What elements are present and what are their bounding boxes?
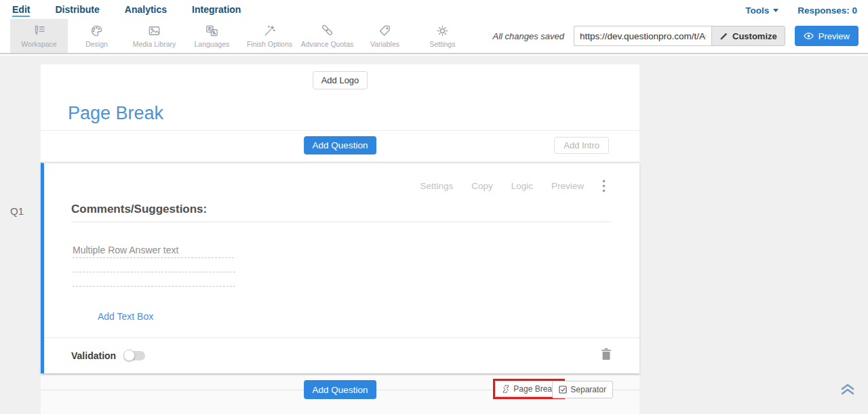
add-logo-button[interactable]: Add Logo [313,71,368,89]
toolbar-item-settings[interactable]: Settings [414,19,471,53]
delete-question-icon[interactable] [601,348,612,363]
responses-link[interactable]: Responses: 0 [797,5,857,16]
scroll-to-top-button[interactable] [839,381,856,400]
question-preview-link[interactable]: Preview [551,181,584,191]
add-question-button-bottom[interactable]: Add Question [304,380,377,399]
survey-canvas: Add Logo Page Break Add Question Add Int… [41,64,639,414]
toolbar-item-advance-quotas[interactable]: Advance Quotas [298,19,356,53]
toolbar-right: All changes saved Customize Preview [493,19,868,53]
top-nav: Edit Distribute Analytics Integration To… [0,0,868,19]
validation-toggle[interactable] [125,351,145,360]
chain-link-icon [320,24,334,38]
toolbar-label: Settings [430,40,456,48]
toolbar-item-finish-options[interactable]: Finish Options [241,19,298,53]
answer-rows: Multiple Row Answer text [73,245,235,287]
toolbar-label: Media Library [133,40,176,48]
tools-menu-label: Tools [745,5,769,16]
double-chevron-up-icon [839,381,856,398]
toolbar-item-languages[interactable]: Languages [183,19,241,53]
checkbox-check-icon [559,386,567,394]
question-copy-link[interactable]: Copy [471,181,493,191]
separator-button[interactable]: Separator [552,381,613,398]
palette-icon [90,24,104,38]
toolbar-label: Languages [195,40,230,48]
editor-toolbar: Workspace Design Media Library Languages [0,19,868,54]
chevron-down-icon [773,9,778,12]
eye-icon [804,32,814,40]
nav-tabs: Edit Distribute Analytics Integration [12,4,241,17]
magic-wand-icon [262,24,277,38]
survey-title[interactable]: Page Break [68,103,163,124]
nav-tab-analytics[interactable]: Analytics [125,4,167,17]
add-intro-button[interactable]: Add Intro [554,137,609,154]
save-status: All changes saved [493,31,565,41]
preview-label: Preview [818,31,850,41]
question-logic-link[interactable]: Logic [511,181,533,191]
toolbar-item-variables[interactable]: Variables [356,19,414,53]
answer-text-row-3[interactable] [73,272,235,287]
question-footer: Validation [44,337,639,373]
toggle-knob [123,350,135,361]
question-actions: Settings Copy Logic Preview [420,180,606,192]
question-settings-link[interactable]: Settings [420,181,453,191]
nav-right: Tools Responses: 0 [745,5,857,16]
questionpro-survey-editor: Edit Distribute Analytics Integration To… [0,0,868,414]
toolbar-label: Variables [370,40,399,48]
toolbar-item-design[interactable]: Design [68,19,125,53]
toolbar-item-media-library[interactable]: Media Library [125,19,183,53]
translate-icon [205,24,219,38]
validation-label: Validation [71,350,116,361]
page-break-label: Page Break [513,384,556,394]
add-question-button-top[interactable]: Add Question [304,136,377,154]
pencil-icon [719,32,728,41]
add-text-box-link[interactable]: Add Text Box [98,311,153,322]
survey-url-group: Customize [574,26,785,46]
separator-label: Separator [570,385,606,394]
nav-tab-integration[interactable]: Integration [192,4,241,17]
editor-content: Add Logo Page Break Add Question Add Int… [0,56,868,414]
toolbar-label: Workspace [21,40,56,48]
toolbar-label: Advance Quotas [301,40,354,48]
more-options-icon[interactable] [602,180,606,192]
workspace-icon [32,24,46,38]
customize-label: Customize [732,31,777,41]
survey-header-footer: Add Question Add Intro [41,130,639,161]
page-break-icon [502,385,510,393]
toolbar-item-workspace[interactable]: Workspace [10,19,68,53]
question-number-label: Q1 [10,205,37,217]
survey-header-card: Add Logo Page Break Add Question Add Int… [41,64,639,161]
nav-tab-edit[interactable]: Edit [12,4,30,17]
preview-button[interactable]: Preview [795,26,859,46]
image-icon [147,24,161,38]
question-card-q1[interactable]: Q1 Settings Copy Logic Preview Comments/… [41,163,639,373]
add-section: Add Question Page Break [41,375,639,414]
answer-text-row-1[interactable]: Multiple Row Answer text [73,245,234,258]
nav-tab-distribute[interactable]: Distribute [55,4,99,17]
toolbar-label: Finish Options [247,40,292,48]
survey-url-input[interactable] [574,26,711,46]
question-text[interactable]: Comments/Suggestions: [71,203,611,222]
tools-menu[interactable]: Tools [745,5,778,16]
toolbar-tabs: Workspace Design Media Library Languages [10,19,471,53]
tag-icon [378,24,392,38]
customize-button[interactable]: Customize [711,26,785,46]
answer-text-row-2[interactable] [73,258,235,272]
gear-icon [435,24,450,38]
toolbar-label: Design [85,40,108,48]
